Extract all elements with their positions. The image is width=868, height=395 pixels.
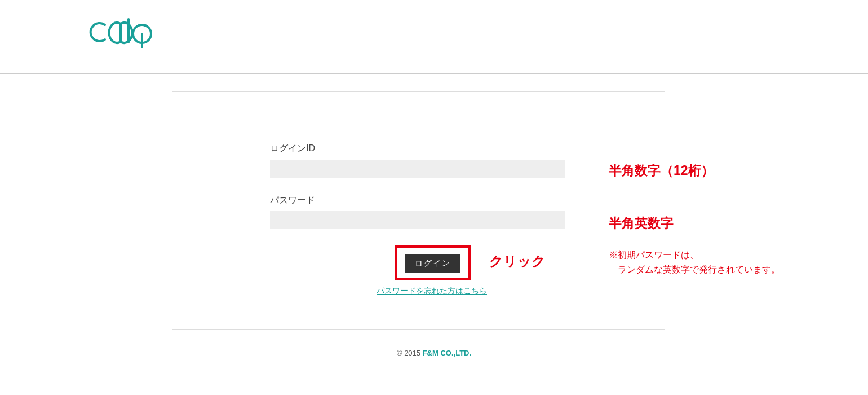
password-label: パスワード	[270, 195, 315, 207]
annotation-click: クリック	[489, 252, 546, 270]
footer-copyright: © 2015 F&M CO.,LTD.	[0, 349, 868, 357]
login-id-label: ログインID	[270, 143, 315, 155]
annotation-password-note-1: ※初期パスワードは、	[609, 249, 699, 261]
forgot-password-link[interactable]: パスワードを忘れた方はこちら	[353, 286, 511, 296]
annotation-password-note-2: ランダムな英数字で発行されています。	[618, 264, 780, 276]
header	[0, 0, 868, 74]
annotation-id-hint: 半角数字（12桁）	[609, 162, 714, 179]
company-name: F&M CO.,LTD.	[423, 349, 471, 357]
annotation-password-hint: 半角英数字	[609, 214, 674, 232]
login-id-input[interactable]	[270, 160, 565, 178]
login-card: ログインID パスワード ログイン パスワードを忘れた方はこちら	[172, 91, 665, 330]
copyright-year: 2015	[404, 349, 420, 357]
password-input[interactable]	[270, 211, 565, 229]
copyright-symbol: ©	[397, 349, 402, 357]
login-button[interactable]: ログイン	[405, 254, 460, 273]
calq-logo-icon	[88, 17, 153, 48]
